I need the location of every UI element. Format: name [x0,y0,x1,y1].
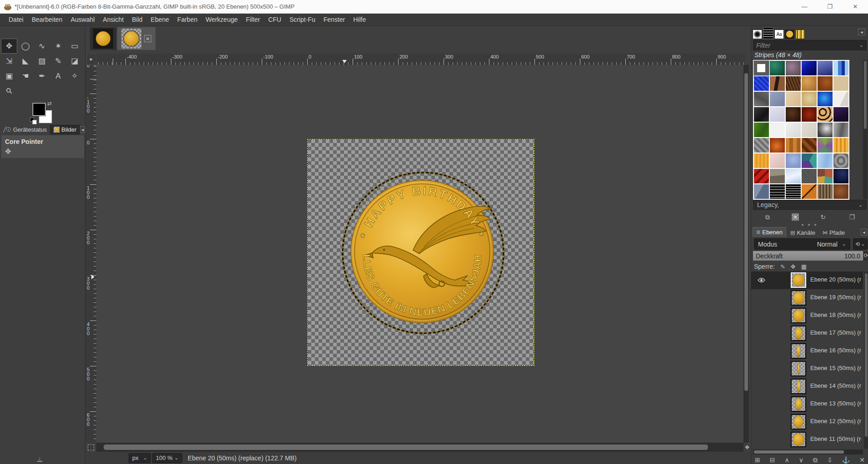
pattern-swatch[interactable] [770,92,785,106]
opacity-spinner[interactable]: ⟳ [864,251,868,261]
delete-pattern-button[interactable]: ✕ [792,213,799,221]
pattern-swatch[interactable] [833,184,848,199]
pattern-scrollbar[interactable] [863,60,868,199]
scale-tool[interactable]: ⇲ [1,54,17,69]
duplicate-layer-button[interactable]: ⧉ [813,456,818,464]
default-colors-icon[interactable] [30,118,34,122]
lock-position-icon[interactable]: ✥ [791,263,796,270]
merge-layer-button[interactable]: ⇩ [827,456,833,464]
pattern-swatch[interactable] [802,169,817,183]
pattern-swatch[interactable] [818,184,833,199]
layer-row[interactable]: Ebene 20 (50ms) (replace) [751,271,863,289]
layer-row[interactable]: Ebene 15 (50ms) (replace) [751,360,863,378]
pattern-swatch[interactable] [786,169,801,183]
tab-ebenen[interactable]: ≣Ebenen [753,227,786,237]
layer-thumbnail[interactable] [791,432,806,447]
pattern-swatch[interactable] [802,61,817,75]
menu-bild[interactable]: Bild [128,14,146,25]
menu-werkzeuge[interactable]: Werkzeuge [201,14,242,25]
pattern-set-select[interactable]: Legacy, ⌄ [753,200,867,210]
layers-hscrollbar[interactable] [753,449,863,454]
fuzzy-select-tool[interactable]: ✶ [50,39,66,54]
clone-tool[interactable]: ▣ [1,69,17,84]
opacity-slider[interactable]: Deckkraft 100.0 [753,251,863,261]
smudge-tool[interactable]: ☚ [17,69,34,84]
pattern-swatch[interactable] [833,61,848,75]
pattern-swatch[interactable] [770,184,785,199]
patterns-tab[interactable] [763,27,773,39]
pattern-swatch[interactable] [786,184,801,199]
minimize-button[interactable]: — [792,0,817,14]
layer-row[interactable]: Ebene 16 (50ms) (replace) [751,342,863,360]
pattern-swatch[interactable] [786,107,801,122]
menu-ansicht[interactable]: Ansicht [99,14,128,25]
menu-bearbeiten[interactable]: Bearbeiten [28,14,67,25]
layer-name[interactable]: Ebene 12 (50ms) (replace) [810,418,861,425]
tab-geraetestatus[interactable]: ╱ⓘ Gerätestatus [0,125,50,134]
canvas-image[interactable]: * HAPPY BIRTHDAY * ALLES GUTE IM NEUEN L… [307,139,534,366]
layer-row[interactable]: Ebene 19 (50ms) (replace) [751,289,863,307]
pattern-swatch[interactable] [818,61,833,75]
ruler-origin-button[interactable]: ▶ [86,54,96,65]
image-tab-1[interactable] [90,27,116,50]
layer-mode-select[interactable]: Modus Normal ⌄ [754,238,850,250]
quickmask-toggle[interactable] [88,444,94,450]
pattern-swatch[interactable] [833,153,848,168]
fonts-tab[interactable]: Aa [774,30,784,39]
pattern-swatch[interactable] [786,123,801,137]
layer-thumbnail[interactable] [791,326,806,341]
pattern-swatch[interactable] [754,123,769,137]
layer-row[interactable]: Ebene 13 (50ms) (replace) [751,395,863,413]
dock-tab-menu-icon[interactable]: ◄ [80,126,85,133]
tab-bilder[interactable]: Bilder [50,125,80,134]
ellipse-select-tool[interactable]: ◯ [17,39,34,54]
close-image-icon[interactable]: ✕ [144,35,151,42]
layer-thumbnail[interactable] [791,343,806,359]
delete-layer-button[interactable]: ✕ [859,456,865,464]
pattern-swatch[interactable] [833,169,848,183]
pattern-swatch[interactable] [770,153,785,168]
pattern-swatch[interactable] [786,153,801,168]
layer-name[interactable]: Ebene 13 (50ms) (replace) [810,400,861,407]
eraser-tool[interactable]: ◪ [66,54,83,69]
menu-scriptfu[interactable]: Script-Fu [285,14,319,25]
horizontal-ruler[interactable]: -400-300-200-100010020030040050060070080… [96,54,745,65]
pattern-swatch[interactable] [802,153,817,168]
pattern-swatch[interactable] [770,61,785,75]
brushes-tab[interactable] [753,30,762,39]
menu-fenster[interactable]: Fenster [319,14,349,25]
pattern-swatch[interactable] [833,92,848,106]
layers-vscrollbar[interactable] [864,271,868,449]
canvas-hscrollbar[interactable] [96,443,743,452]
free-select-tool[interactable]: ∿ [34,39,50,54]
pattern-swatch[interactable] [818,92,833,106]
layer-name[interactable]: Ebene 14 (50ms) (replace) [810,382,861,389]
pattern-swatch[interactable] [802,184,817,199]
ink-tool[interactable]: ✒ [34,69,50,84]
layer-thumbnail[interactable] [791,379,806,394]
close-button[interactable]: ✕ [843,0,868,14]
pattern-swatch[interactable] [770,138,785,153]
pattern-swatch[interactable] [802,138,817,153]
pattern-swatch[interactable] [770,123,785,137]
pattern-swatch-selected[interactable] [754,61,769,75]
pattern-swatch[interactable] [786,92,801,106]
menu-filter[interactable]: Filter [242,14,264,25]
gradients-tab[interactable] [795,30,805,39]
pattern-swatch[interactable] [833,138,848,153]
layer-name[interactable]: Ebene 19 (50ms) (replace) [810,294,861,301]
crop-tool[interactable]: ▭ [66,39,83,54]
move-tool[interactable]: ✥ [1,39,17,54]
layer-name[interactable]: Ebene 20 (50ms) (replace) [810,276,861,283]
chevron-down-icon[interactable]: ⌄ [859,42,866,48]
pattern-swatch[interactable] [754,153,769,168]
menu-cfu[interactable]: CFU [264,14,285,25]
pattern-swatch[interactable] [770,76,785,91]
layer-row[interactable]: Ebene 14 (50ms) (replace) [751,378,863,395]
menu-datei[interactable]: Datei [5,14,28,25]
layer-thumbnail[interactable] [791,308,806,323]
color-picker-tool[interactable]: ✧ [66,69,83,84]
pattern-swatch[interactable] [754,169,769,183]
pattern-swatch[interactable] [754,107,769,122]
pattern-swatch[interactable] [802,123,817,137]
